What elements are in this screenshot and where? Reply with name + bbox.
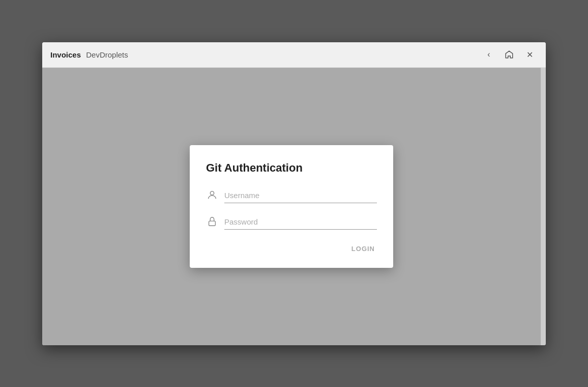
- auth-dialog: Git Authentication: [190, 145, 393, 268]
- close-button[interactable]: ✕: [521, 46, 538, 63]
- svg-rect-1: [209, 221, 216, 226]
- back-button[interactable]: ‹: [481, 46, 497, 63]
- home-button[interactable]: [501, 46, 517, 63]
- dialog-title: Git Authentication: [206, 161, 377, 175]
- user-icon: [206, 189, 218, 201]
- home-icon: [505, 50, 514, 59]
- app-name: Invoices: [50, 50, 81, 59]
- username-group: [206, 189, 377, 203]
- main-window: Invoices DevDroplets ‹ ✕ Git Authenticat…: [42, 42, 546, 345]
- scrollbar-track[interactable]: [541, 68, 546, 345]
- login-button[interactable]: LOGIN: [349, 242, 377, 256]
- sub-name: DevDroplets: [86, 50, 128, 59]
- window-title: Invoices DevDroplets: [50, 50, 481, 59]
- titlebar: Invoices DevDroplets ‹ ✕: [42, 42, 546, 68]
- titlebar-controls: ‹ ✕: [481, 46, 538, 63]
- lock-icon: [206, 215, 218, 228]
- username-input[interactable]: [224, 189, 377, 203]
- dialog-actions: LOGIN: [206, 242, 377, 256]
- password-group: [206, 215, 377, 230]
- window-body: Git Authentication: [42, 68, 546, 345]
- svg-point-0: [210, 191, 214, 195]
- dialog-backdrop: Git Authentication: [42, 68, 541, 345]
- password-input[interactable]: [224, 215, 377, 230]
